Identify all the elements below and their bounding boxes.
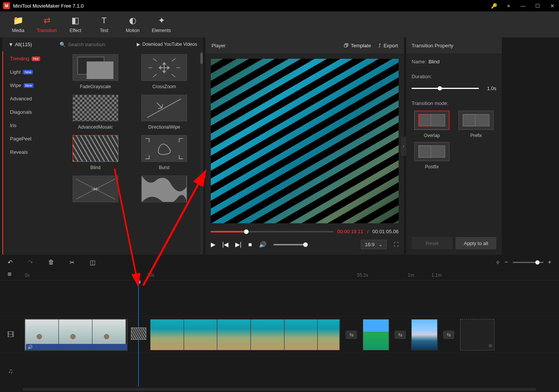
ruler-mark: 1.1m: [431, 273, 442, 278]
upgrade-key-icon[interactable]: 🔑: [490, 2, 498, 10]
volume-slider[interactable]: [273, 244, 308, 245]
aspect-ratio-select[interactable]: 16:9 ⌄: [361, 240, 387, 249]
property-panel: › Transition Property Name: Blind Durati…: [406, 37, 502, 255]
ruler-mark: 0s: [25, 273, 30, 278]
timeline: ↶ ↷ 🗑 ✂ ◫ ⎀ − + ⊞ 0s20s55.2s1m1.1m 🎞: [0, 255, 559, 392]
category-reveals[interactable]: Reveals: [10, 149, 60, 155]
category-advanced[interactable]: Advanced: [10, 96, 60, 102]
clip-2[interactable]: [150, 319, 340, 350]
export-icon: ⤴: [378, 43, 381, 48]
speaker-icon: 🔊: [27, 345, 33, 350]
tab-effect[interactable]: ◧Effect: [61, 11, 90, 37]
name-value: Blind: [428, 59, 439, 65]
video-track-icon: 🎞: [0, 331, 21, 339]
tab-media[interactable]: 📁Media: [4, 11, 32, 37]
clip-4[interactable]: [411, 319, 438, 350]
svg-line-1: [172, 58, 176, 61]
transition-placeholder-2[interactable]: ⇆: [394, 331, 406, 339]
mode-prefix[interactable]: Prefix: [456, 111, 496, 138]
stop-button[interactable]: ■: [248, 241, 252, 248]
transition-directionalwipe[interactable]: DirectionalWipe: [135, 95, 193, 130]
transition-burst[interactable]: Burst: [135, 135, 193, 170]
transition-placeholder-3[interactable]: ⇆: [443, 331, 454, 339]
tab-transition[interactable]: ⇄Transition: [32, 11, 61, 37]
split-button[interactable]: ✂: [69, 259, 74, 266]
main-toolbar: 📁Media⇄Transition◧EffectTText◐Motion✦Ele…: [0, 11, 559, 37]
close-icon[interactable]: ✕: [548, 2, 556, 10]
zoom-slider[interactable]: [513, 262, 543, 263]
play-button[interactable]: ▶: [211, 241, 215, 248]
drop-target[interactable]: ⊕: [460, 319, 494, 350]
zoom-in-button[interactable]: +: [548, 259, 551, 266]
category-wipe[interactable]: WipeNew: [10, 82, 60, 88]
category-trending[interactable]: TrendingHot: [10, 56, 60, 61]
clip-1[interactable]: 🔊: [25, 319, 127, 350]
transitions-panel: ▼All(115) 🔍 Search transition ▶ Download…: [2, 37, 203, 255]
panel-collapse-button[interactable]: ›: [401, 137, 406, 156]
duration-label: Duration:: [412, 74, 496, 79]
player-panel: Player 🗇 Template ⤴ Export: [205, 37, 404, 255]
text-icon: T: [102, 16, 107, 26]
property-title: Transition Property: [412, 43, 453, 48]
svg-line-6: [147, 98, 181, 117]
transition-fadegrayscale[interactable]: FadeGrayscale: [66, 54, 124, 89]
search-input[interactable]: 🔍 Search transition: [60, 42, 131, 47]
export-button[interactable]: ⤴ Export: [378, 43, 398, 48]
transition-blind[interactable]: Blind: [66, 135, 124, 170]
effect-icon: ◧: [71, 16, 79, 26]
audio-track-icon: ♫: [0, 367, 21, 375]
app-title: MiniTool MovieMaker Free 7.1.0: [13, 3, 490, 9]
transition-camo[interactable]: [135, 176, 193, 205]
mode-overlap[interactable]: Overlap: [412, 111, 452, 138]
preview-area: [211, 59, 399, 223]
minimize-icon[interactable]: —: [519, 2, 527, 10]
video-track: 🎞 🔊 ⇆ ⇆ ⇆ ⊕: [0, 317, 559, 353]
maximize-icon[interactable]: ☐: [534, 2, 541, 10]
transition-clip[interactable]: [131, 327, 146, 340]
duration-slider[interactable]: [412, 88, 479, 89]
category-iris[interactable]: Iris: [10, 123, 60, 128]
volume-icon[interactable]: 🔊: [259, 241, 267, 248]
tab-motion[interactable]: ◐Motion: [118, 11, 147, 37]
tab-text[interactable]: TText: [90, 11, 118, 37]
download-youtube-link[interactable]: ▶ Download YouTube Videos: [131, 42, 203, 47]
seek-bar[interactable]: [211, 231, 333, 232]
svg-line-3: [172, 74, 176, 77]
fullscreen-button[interactable]: ⛶: [394, 242, 399, 247]
clip-audio-indicator: 🔊: [26, 344, 127, 350]
title-bar: M MiniTool MovieMaker Free 7.1.0 🔑 ≡ — ☐…: [0, 0, 559, 11]
category-diagonals[interactable]: Diagonals: [10, 109, 60, 115]
add-clip-icon: ⊕: [488, 343, 493, 348]
prev-frame-button[interactable]: |◀: [222, 241, 228, 248]
ruler-mark: 55.2s: [357, 273, 368, 278]
scrollbar[interactable]: [200, 51, 203, 255]
category-all-toggle[interactable]: ▼All(115): [2, 42, 60, 47]
transition-crosszoom[interactable]: CrossZoom: [135, 54, 193, 89]
chevron-down-icon: ⌄: [378, 242, 383, 247]
crop-button[interactable]: ◫: [90, 259, 95, 266]
clip-3[interactable]: [363, 319, 389, 350]
mode-postfix[interactable]: Postfix: [412, 142, 452, 169]
template-button[interactable]: 🗇 Template: [344, 43, 371, 48]
undo-button[interactable]: ↶: [8, 259, 13, 266]
app-icon: M: [3, 2, 10, 9]
delete-button[interactable]: 🗑: [48, 259, 54, 266]
timeline-scrollbar[interactable]: [0, 387, 559, 392]
zoom-out-button[interactable]: −: [504, 259, 508, 266]
add-track-button[interactable]: ⊞: [8, 271, 11, 277]
ruler-mark: 20s: [147, 273, 154, 278]
motion-icon: ◐: [129, 16, 136, 26]
category-list: TrendingHotLightNewWipeNewAdvancedDiagon…: [3, 51, 60, 255]
category-pagepeel[interactable]: PagePeel: [10, 136, 60, 142]
category-light[interactable]: LightNew: [10, 69, 60, 75]
transition-advancedmosaic[interactable]: AdvancedMosaic: [66, 95, 124, 130]
tab-elements[interactable]: ✦Elements: [147, 11, 176, 37]
next-frame-button[interactable]: ▶|: [235, 241, 241, 248]
transition-placeholder-1[interactable]: ⇆: [346, 331, 357, 339]
transition-x[interactable]: [66, 176, 124, 205]
apply-all-button[interactable]: Apply to all: [456, 237, 496, 249]
redo-button[interactable]: ↷: [28, 259, 33, 266]
hamburger-menu-icon[interactable]: ≡: [505, 2, 512, 10]
timeline-ruler[interactable]: ⊞ 0s20s55.2s1m1.1m: [0, 270, 559, 281]
snap-icon[interactable]: ⎀: [496, 259, 500, 266]
